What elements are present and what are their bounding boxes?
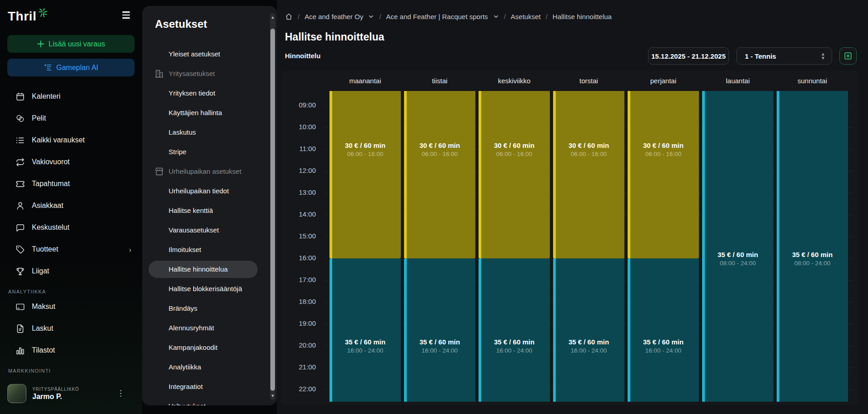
scrollbar-down-icon[interactable]: ▼	[270, 393, 275, 399]
sidebar-item-maksut[interactable]: Maksut	[0, 296, 142, 318]
stats-icon	[15, 346, 25, 355]
time-label: 15:00	[281, 232, 316, 241]
pricing-block-lauantai-8-24[interactable]: 35 € / 60 min08:00 - 24:00	[702, 91, 773, 402]
chat-icon	[15, 223, 25, 232]
sidebar-item-tilastot[interactable]: Tilastot	[0, 339, 142, 361]
calendar-icon	[15, 92, 25, 101]
day-column-maanantai: 30 € / 60 min06:00 - 16:0035 € / 60 min1…	[329, 91, 401, 402]
settings-item-stripe[interactable]: Stripe	[142, 142, 277, 162]
pricing-block-keskiviikko-6-16[interactable]: 30 € / 60 min06:00 - 16:00	[479, 91, 550, 258]
page-title: Hallitse hinnoittelua	[285, 31, 384, 43]
sidebar-nav: KalenteriPelitKaikki varauksetVakiovuoro…	[0, 86, 142, 375]
main-sidebar: Thril Lisää uusi varaus Gameplan AI Kale…	[0, 0, 142, 414]
settings-item-br-nd-ys[interactable]: Brändäys	[142, 298, 277, 318]
settings-item-kampanjakoodit[interactable]: Kampanjakoodit	[142, 338, 277, 357]
pricing-block-maanantai-6-16[interactable]: 30 € / 60 min06:00 - 16:00	[329, 91, 401, 258]
menu-toggle-button[interactable]	[120, 9, 132, 21]
sidebar-item-kalenteri[interactable]: Kalenteri	[0, 86, 142, 107]
add-booking-button[interactable]: Lisää uusi varaus	[7, 35, 135, 53]
settings-item-alennusryhm-t[interactable]: Alennusryhmät	[142, 318, 277, 338]
settings-item-label: Varausasetukset	[169, 226, 219, 234]
sidebar-item-tuotteet[interactable]: Tuotteet›	[0, 238, 142, 260]
sidebar-item-pelit[interactable]: Pelit	[0, 107, 142, 129]
add-pricing-button[interactable]	[839, 47, 857, 65]
breadcrumb-separator: /	[379, 13, 381, 20]
pricing-block-keskiviikko-16-24[interactable]: 35 € / 60 min16:00 - 24:00	[479, 258, 550, 402]
time-label: 22:00	[281, 385, 316, 394]
pricing-block-maanantai-16-24[interactable]: 35 € / 60 min16:00 - 24:00	[329, 258, 401, 402]
sidebar-item-label: Tuotteet	[32, 245, 58, 253]
pricing-block-torstai-16-24[interactable]: 35 € / 60 min16:00 - 24:00	[553, 258, 624, 402]
scrollbar-thumb[interactable]	[270, 29, 275, 391]
pricing-block-sunnuntai-8-24[interactable]: 35 € / 60 min08:00 - 24:00	[777, 91, 848, 402]
pricing-block-range: 16:00 - 24:00	[571, 347, 607, 354]
time-label: 18:00	[281, 298, 316, 307]
time-label: 10:00	[281, 123, 316, 132]
settings-item-label: Stripe	[169, 148, 186, 156]
pricing-block-price: 35 € / 60 min	[345, 338, 385, 346]
day-column-perjantai: 30 € / 60 min06:00 - 16:0035 € / 60 min1…	[628, 91, 699, 402]
gameplan-ai-button[interactable]: Gameplan AI	[7, 59, 135, 76]
pricing-block-tiistai-6-16[interactable]: 30 € / 60 min06:00 - 16:00	[404, 91, 475, 258]
sidebar-item-keskustelut[interactable]: Keskustelut	[0, 217, 142, 238]
breadcrumb-item-ace-and-feather-racquet-sports[interactable]: Ace and Feather | Racquet sports	[386, 13, 499, 20]
breadcrumb-separator: /	[504, 13, 506, 20]
settings-section-urheilupaikan-asetukset: Urheilupaikan asetukset	[142, 162, 277, 181]
settings-item-hallitse-hinnoittelua[interactable]: Hallitse hinnoittelua	[149, 261, 258, 278]
logo-burst-icon	[38, 8, 48, 18]
chevron-right-icon: ›	[129, 246, 131, 253]
sidebar-item-tapahtumat[interactable]: Tapahtumat	[0, 173, 142, 195]
pricing-block-range: 08:00 - 24:00	[720, 260, 756, 267]
settings-item-hallitse-kentti-[interactable]: Hallitse kenttiä	[142, 201, 277, 220]
settings-item-urheilupaikan-tiedot[interactable]: Urheilupaikan tiedot	[142, 181, 277, 201]
pricing-block-perjantai-16-24[interactable]: 35 € / 60 min16:00 - 24:00	[628, 258, 699, 402]
avatar[interactable]	[7, 384, 26, 403]
settings-item-k-ytt-jien-hallinta[interactable]: Käyttäjien hallinta	[142, 103, 277, 122]
pricing-block-perjantai-6-16[interactable]: 30 € / 60 min06:00 - 16:00	[628, 91, 699, 258]
venue-select[interactable]: 1 - Tennis ▲▼	[736, 47, 832, 65]
profile-row[interactable]: YRITYSPÄÄLLIKKÖ Jarmo P. ⋮	[7, 383, 135, 404]
breadcrumb-item-asetukset[interactable]: Asetukset	[511, 13, 541, 20]
settings-item-hallitse-blokkeris-nt-j-[interactable]: Hallitse blokkerisääntöjä	[142, 279, 277, 298]
sidebar-section-analytiikka: ANALYTIIKKA	[0, 288, 142, 296]
settings-item-label: Yrityksen tiedot	[169, 89, 215, 97]
breadcrumb-label: Hallitse hinnoittelua	[553, 13, 612, 20]
sidebar-item-label: Laskut	[32, 324, 53, 333]
sidebar-item-label: Keskustelut	[32, 223, 70, 232]
header-controls: 15.12.2025 - 21.12.2025 1 - Tennis ▲▼	[648, 47, 857, 65]
settings-item-analytiikka[interactable]: Analytiikka	[142, 357, 277, 377]
pricing-block-range: 16:00 - 24:00	[347, 347, 384, 354]
profile-menu-button[interactable]: ⋮	[117, 390, 125, 397]
invoice-icon	[15, 324, 25, 333]
sidebar-item-kaikki-varaukset[interactable]: Kaikki varaukset	[0, 129, 142, 151]
settings-item-laskutus[interactable]: Laskutus	[142, 122, 277, 142]
breadcrumb-item-hallitse-hinnoittelua[interactable]: Hallitse hinnoittelua	[553, 13, 612, 20]
settings-item-varausasetukset[interactable]: Varausasetukset	[142, 220, 277, 240]
day-header-perjantai: perjantai	[628, 75, 699, 86]
settings-item-valtuutukset[interactable]: Valtuutukset	[142, 396, 277, 405]
sidebar-item-liigat[interactable]: Liigat	[0, 260, 142, 282]
pricing-block-price: 30 € / 60 min	[345, 141, 385, 149]
pricing-block-range: 06:00 - 16:00	[422, 151, 458, 157]
pricing-block-tiistai-16-24[interactable]: 35 € / 60 min16:00 - 24:00	[404, 258, 475, 402]
home-icon[interactable]	[285, 13, 293, 20]
sidebar-item-vakiovuorot[interactable]: Vakiovuorot	[0, 151, 142, 173]
settings-item-integraatiot[interactable]: Integraatiot	[142, 377, 277, 396]
settings-item-label: Yritysasetukset	[169, 70, 215, 77]
breadcrumb-item-ace-and-feather-oy[interactable]: Ace and feather Oy	[304, 13, 374, 20]
date-range-button[interactable]: 15.12.2025 - 21.12.2025	[648, 47, 729, 65]
person-icon	[15, 201, 25, 211]
main-content: /Ace and feather Oy/Ace and Feather | Ra…	[277, 0, 868, 414]
settings-item-ilmoitukset[interactable]: Ilmoitukset	[142, 240, 277, 259]
settings-item-yrityksen-tiedot[interactable]: Yrityksen tiedot	[142, 83, 277, 103]
scrollbar-up-icon[interactable]: ▲	[270, 15, 275, 20]
sidebar-item-laskut[interactable]: Laskut	[0, 318, 142, 339]
pricing-block-torstai-6-16[interactable]: 30 € / 60 min06:00 - 16:00	[553, 91, 624, 258]
sidebar-item-asiakkaat[interactable]: Asiakkaat	[0, 195, 142, 217]
settings-item-yleiset-asetukset[interactable]: Yleiset asetukset	[142, 44, 277, 64]
calendar-body: 09:0010:0011:0012:0013:0014:0015:0016:00…	[281, 91, 859, 402]
settings-scrollbar[interactable]: ▲ ▼	[270, 13, 275, 400]
plus-icon	[37, 40, 45, 48]
settings-item-label: Valtuutukset	[169, 402, 205, 405]
sidebar-item-label: Tilastot	[32, 346, 55, 354]
